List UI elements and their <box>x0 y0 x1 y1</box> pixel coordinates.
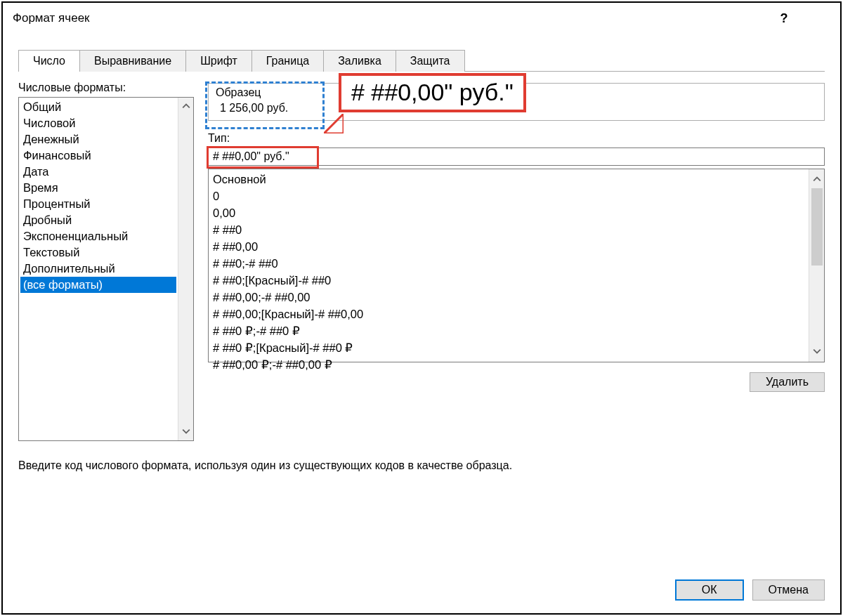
list-item[interactable]: 0,00 <box>213 204 804 221</box>
tab-border[interactable]: Граница <box>252 50 324 72</box>
annotation-callout: # ##0,00" руб." <box>339 73 526 112</box>
tab-fill[interactable]: Заливка <box>324 50 396 72</box>
ok-button[interactable]: ОК <box>675 579 744 601</box>
category-listbox[interactable]: Общий Числовой Денежный Финансовый Дата … <box>18 97 194 441</box>
list-item[interactable]: # ##0,00 <box>213 238 804 255</box>
list-item[interactable]: Финансовый <box>20 148 176 164</box>
list-item-selected[interactable]: (все форматы) <box>20 277 176 293</box>
format-codes-listbox[interactable]: Основной 0 0,00 # ##0 # ##0,00 # ##0;-# … <box>208 169 825 362</box>
tab-alignment[interactable]: Выравнивание <box>80 50 186 72</box>
list-item[interactable]: # ##0 ₽;[Красный]-# ##0 ₽ <box>213 339 804 356</box>
list-item[interactable]: Числовой <box>20 115 176 131</box>
type-input[interactable] <box>208 148 825 166</box>
close-button[interactable] <box>799 8 830 28</box>
list-item[interactable]: # ##0,00;[Красный]-# ##0,00 <box>213 306 804 322</box>
chevron-down-icon <box>182 426 190 438</box>
list-item[interactable]: Дробный <box>20 212 176 228</box>
tab-number[interactable]: Число <box>18 50 80 72</box>
delete-button[interactable]: Удалить <box>750 372 825 392</box>
list-item[interactable]: # ##0;-# ##0 <box>213 255 804 272</box>
scrollbar[interactable] <box>809 169 824 362</box>
help-button[interactable]: ? <box>769 8 799 28</box>
list-item[interactable]: # ##0 <box>213 221 804 238</box>
list-item[interactable]: Текстовый <box>20 244 176 261</box>
list-item[interactable]: # ##0;[Красный]-# ##0 <box>213 272 804 289</box>
svg-marker-2 <box>324 114 344 133</box>
hint-text: Введите код числового формата, используя… <box>3 441 840 472</box>
list-item[interactable]: Дата <box>20 164 176 180</box>
list-item[interactable]: Экспоненциальный <box>20 228 176 244</box>
type-label: Тип: <box>208 132 825 145</box>
list-item[interactable]: Основной <box>213 171 804 188</box>
list-item[interactable]: Общий <box>20 99 176 115</box>
window-title: Формат ячеек <box>13 11 769 25</box>
callout-text: # ##0,00" руб." <box>351 79 514 105</box>
scrollbar-thumb[interactable] <box>811 188 823 266</box>
help-icon: ? <box>780 11 788 26</box>
list-item[interactable]: Процентный <box>20 196 176 212</box>
list-item[interactable]: Время <box>20 180 176 196</box>
chevron-up-icon <box>813 169 821 185</box>
annotation-connector <box>324 114 344 133</box>
scrollbar[interactable] <box>178 98 193 440</box>
tabs: Число Выравнивание Шрифт Граница Заливка… <box>18 49 840 71</box>
list-item[interactable]: # ##0,00 ₽;-# ##0,00 ₽ <box>213 356 804 373</box>
tab-protection[interactable]: Защита <box>396 50 465 72</box>
tab-font[interactable]: Шрифт <box>186 50 252 72</box>
list-item[interactable]: Денежный <box>20 131 176 148</box>
list-item[interactable]: # ##0 ₽;-# ##0 ₽ <box>213 322 804 339</box>
category-label: Числовые форматы: <box>18 81 194 94</box>
format-cells-dialog: Формат ячеек ? Число Выравнивание Шрифт … <box>1 1 842 615</box>
list-item[interactable]: 0 <box>213 188 804 204</box>
list-item[interactable]: Дополнительный <box>20 261 176 277</box>
chevron-down-icon <box>813 346 821 358</box>
list-item[interactable]: # ##0,00;-# ##0,00 <box>213 289 804 306</box>
titlebar: Формат ячеек ? <box>3 3 840 32</box>
cancel-button[interactable]: Отмена <box>752 579 825 601</box>
chevron-up-icon <box>182 100 190 112</box>
